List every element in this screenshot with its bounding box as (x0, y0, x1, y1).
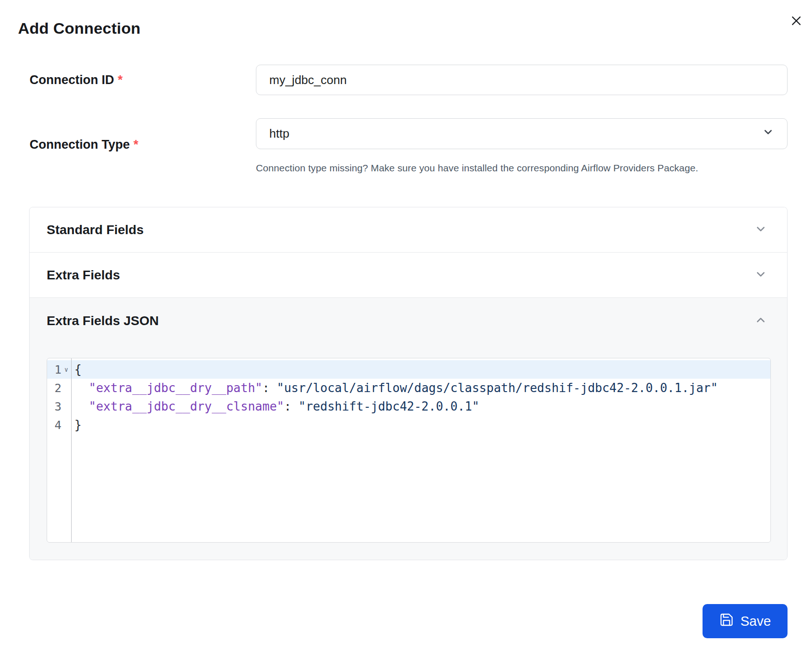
connection-type-label: Connection Type* (30, 138, 139, 152)
editor-line[interactable]: 2 "extra__jdbc__dry__path": "usr/local/a… (47, 379, 770, 397)
fold-arrow-icon[interactable]: ∨ (61, 360, 71, 379)
editor-line[interactable]: 1∨{ (47, 360, 770, 379)
token-str: "redshift-jdbc42-2.0.0.1" (298, 399, 479, 413)
editor-lines: 1∨{2 "extra__jdbc__dry__path": "usr/loca… (47, 360, 770, 434)
line-number: 3 (47, 400, 61, 413)
connection-id-label-text: Connection ID (30, 73, 114, 87)
save-icon (719, 612, 734, 630)
connection-type-select[interactable]: http (256, 118, 788, 149)
chevron-down-icon (754, 268, 767, 283)
chevron-down-icon (754, 223, 767, 237)
close-button[interactable] (786, 11, 806, 31)
code-line-content: "extra__jdbc__dry__clsname": "redshift-j… (71, 399, 479, 413)
extra-fields-json-section: Extra Fields JSON 1∨{2 "extra__jdbc__dry… (30, 298, 787, 560)
required-asterisk: * (133, 138, 139, 151)
line-number: 1 (47, 363, 61, 376)
token-punct: : (262, 381, 277, 395)
accordion-header-standard-fields[interactable]: Standard Fields (30, 207, 787, 253)
json-code-editor[interactable]: 1∨{2 "extra__jdbc__dry__path": "usr/loca… (47, 358, 771, 543)
connection-type-label-text: Connection Type (30, 138, 130, 151)
accordion-header-extra-fields[interactable]: Extra Fields (30, 253, 787, 298)
token-punct: } (74, 418, 82, 432)
standard-fields-label: Standard Fields (47, 223, 144, 237)
code-line-content: "extra__jdbc__dry__path": "usr/local/air… (71, 381, 718, 395)
save-button-label: Save (740, 614, 771, 629)
extra-fields-label: Extra Fields (47, 268, 120, 283)
required-asterisk: * (118, 73, 123, 87)
code-line-content: } (71, 418, 82, 432)
gutter-separator (71, 358, 72, 542)
token-punct: : (284, 399, 298, 413)
close-icon (790, 14, 803, 29)
token-str: "usr/local/airflow/dags/classpath/redshi… (277, 381, 718, 395)
connection-type-value: http (269, 127, 289, 141)
connection-id-value: my_jdbc_conn (269, 73, 347, 87)
token-punct: { (74, 363, 82, 376)
token-key: "extra__jdbc__dry__clsname" (74, 399, 284, 413)
chevron-up-icon (754, 314, 767, 328)
line-number: 2 (47, 381, 61, 395)
add-connection-modal: Add Connection Connection ID* my_jdbc_co… (0, 0, 812, 653)
chevron-down-icon (762, 126, 774, 141)
extra-fields-json-label: Extra Fields JSON (47, 314, 159, 328)
save-button[interactable]: Save (703, 604, 788, 638)
token-key: "extra__jdbc__dry__path" (74, 381, 262, 395)
editor-line[interactable]: 4} (47, 416, 770, 434)
connection-type-helper-text: Connection type missing? Make sure you h… (256, 163, 698, 174)
editor-line[interactable]: 3 "extra__jdbc__dry__clsname": "redshift… (47, 397, 770, 416)
code-line-content: { (71, 363, 82, 376)
accordion-header-extra-fields-json[interactable]: Extra Fields JSON (30, 298, 787, 344)
line-number: 4 (47, 418, 61, 432)
connection-id-label: Connection ID* (30, 73, 123, 87)
connection-id-input[interactable]: my_jdbc_conn (256, 65, 788, 95)
fields-accordion: Standard Fields Extra Fields Extra Field… (29, 207, 788, 560)
page-title: Add Connection (18, 19, 140, 37)
